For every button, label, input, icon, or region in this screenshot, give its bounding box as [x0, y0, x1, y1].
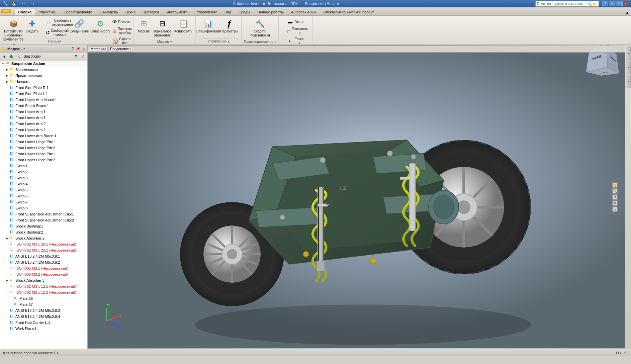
copy-button[interactable]: 📋 Копировать [173, 18, 193, 34]
show-errors-button[interactable]: ⚠ Показать ошибки [111, 26, 131, 36]
quick-save-icon[interactable]: 💾 [10, 1, 18, 6]
tree-item[interactable]: ◧Front Side Plate R:1 [0, 85, 87, 91]
tree-item[interactable]: ⊠Mate:67 [0, 301, 87, 307]
tab-nachalo[interactable]: Начало работы [254, 9, 287, 15]
tree-item[interactable]: ◧Shock Bushing:1 [0, 223, 87, 229]
maximize-button[interactable]: □ [616, 1, 622, 6]
close-button[interactable]: × [622, 1, 628, 6]
tree-item[interactable]: ⊙ISO 4762 M3 x 12:2 (Некорректный) [0, 289, 87, 295]
dependency-button[interactable]: ⚙ Зависимость [90, 18, 110, 34]
tree-item[interactable]: ◧E-clip:6 [0, 193, 87, 199]
panel-pin-icon[interactable]: 📌 [75, 47, 81, 51]
viewport[interactable]: ≡Z X Y Z ПЕРЕД ПРАВО ВЕРХ ✋ 🔍 ↺ [88, 45, 625, 349]
tree-item[interactable]: ◧Front Upper Arm:2 [0, 127, 87, 133]
tab-eskiz[interactable]: Эскиз [122, 9, 139, 15]
tab-proverka[interactable]: Проверка [139, 9, 163, 15]
tree-item[interactable]: ◧Front Suspension Adjustment Clip:1 [0, 211, 87, 217]
tree-item[interactable]: ◧Front Lower Arm:1 [0, 115, 87, 121]
axis-button[interactable]: ▬ Ось ▼ [286, 18, 306, 26]
plane-button[interactable]: ◻ Плоскость ▼ [286, 26, 306, 36]
tree-item[interactable]: ⊙ISO 4762 M3 x 12:1 (Некорректный) [0, 283, 87, 289]
tree-item[interactable]: ◧Shock Bushing:2 [0, 229, 87, 235]
tree-item[interactable]: ▶📁Представления [0, 73, 87, 79]
tab-expand-icon[interactable]: ▲ [623, 10, 631, 15]
tree-item[interactable]: ⊙ISO 4762 M3 x 20:1 (Некорректный) [0, 241, 87, 247]
tree-item[interactable]: ▶📁Начало [0, 79, 87, 85]
tree-item[interactable]: ⊙ISO 4035 M3:2 (Некорректный) [0, 271, 87, 277]
tree-item[interactable]: ◧E-clip:5 [0, 187, 87, 193]
tree-item[interactable]: ⊙ISO 4035 M3:1 (Некорректный) [0, 265, 87, 271]
bom-button[interactable]: 📊 Спецификация [198, 18, 218, 34]
material-dropdown[interactable]: Материал [89, 47, 108, 52]
insert-from-library-button[interactable]: 📦 Вставить из Библиотеки компонентов [3, 18, 23, 42]
substitution-button[interactable]: 🔨 Создать подстановки [250, 18, 270, 38]
tree-item[interactable]: ◧ANSI B18.2.4.2M M5x0.8:1 [0, 253, 87, 259]
tree-item[interactable]: ◧ANSI B18.2.4.2M M5x0.8:3 [0, 307, 87, 313]
tree-item[interactable]: ◧Front Upper Arm:1 [0, 109, 87, 115]
search-tree-icon[interactable]: 🔍 [15, 54, 21, 60]
tree-item[interactable]: ▼🗂Suspension As.iam [0, 61, 87, 67]
look-icon[interactable]: 👁 [612, 200, 618, 206]
tree-item[interactable]: ◧ANSI B18.2.4.2M M5x0.8:4 [0, 313, 87, 320]
tree-item[interactable]: ◧Front Upper Arm Mount:1 [0, 97, 87, 103]
tree-item[interactable]: ⊙ISO 4762 M3 x 20:2 (Некорректный) [0, 247, 87, 253]
redo-icon[interactable]: ↪ [29, 1, 36, 6]
tab-instrumenty[interactable]: Инструменты [163, 9, 193, 15]
tree-expander[interactable]: ▼ [1, 61, 5, 66]
tab-a360[interactable]: Autodesk A360 [287, 9, 320, 15]
tree-item[interactable]: ◧Front Lower Hinge Pin:2 [0, 145, 87, 151]
tab-vid[interactable]: Вид [221, 9, 235, 15]
tree-item[interactable]: ◧Front Lower Arm Brace:1 [0, 133, 87, 139]
tree-item[interactable]: ◧E-clip:4 [0, 181, 87, 187]
tree-expander[interactable]: ▶ [5, 79, 9, 84]
minimize-button[interactable]: − [609, 1, 615, 6]
mirror-button[interactable]: ⊟ Зеркальное отражение [152, 18, 172, 38]
panel-settings-icon[interactable]: ⚙ [73, 54, 79, 60]
tree-item[interactable]: ◧Front Upper Hinge Pin:2 [0, 157, 87, 163]
tree-item[interactable]: ◧E-clip:2 [0, 169, 87, 175]
panel-close-icon[interactable]: × [82, 47, 86, 51]
tree-item[interactable]: ◧Front Side Plate L:1 [0, 91, 87, 97]
help-icon[interactable]: ? [602, 1, 608, 6]
panel-expand-icon[interactable]: ⤢ [80, 54, 86, 60]
tab-uprostit[interactable]: Упростить [35, 9, 60, 15]
tree-item[interactable]: ◧E-clip:3 [0, 175, 87, 181]
viewcube[interactable]: ПЕРЕД ПРАВО ВЕРХ [590, 49, 617, 75]
tree-item[interactable]: ◧Front Hub Carrier L:1 [0, 320, 87, 326]
panel-dropdown-arrow[interactable]: ▼ [23, 47, 26, 50]
point-button[interactable]: • Точка ▼ [286, 36, 306, 46]
tree-item[interactable]: ◧Front Upper Hinge Pin:1 [0, 151, 87, 157]
join-button[interactable]: 🔗 Соединение [69, 18, 89, 34]
filter-icon[interactable]: ▼ [1, 54, 7, 60]
tree-item[interactable]: ◧Front Lower Hinge Pin:1 [0, 139, 87, 145]
create-component-button[interactable]: ✚ Создать [24, 18, 40, 34]
tree-expander[interactable]: ▶ [5, 278, 9, 283]
tree-item[interactable]: ◧E-clip:1 [0, 163, 87, 169]
tab-proektirovanie[interactable]: Проектирование [60, 9, 96, 15]
tree-item[interactable]: ▶📁Взаимосвязи [0, 67, 87, 73]
tree-item[interactable]: ⊠Mate:66 [0, 295, 87, 301]
free-move-button[interactable]: ↔ Свободное перемещение [44, 18, 65, 27]
tree-item[interactable]: ◧Front Lower Arm:2 [0, 121, 87, 127]
tab-3dmodel[interactable]: 3D-модель [96, 9, 121, 15]
tree-expander[interactable]: ▶ [5, 67, 9, 72]
tab-electro[interactable]: Электромеханический проект [320, 9, 377, 15]
pan-icon[interactable]: ✋ [612, 182, 618, 188]
orbit-icon[interactable]: ↺ [612, 194, 618, 200]
tree-container[interactable]: ▼🗂Suspension As.iam▶📁Взаимосвязи▶📁Предст… [0, 61, 87, 349]
search-input[interactable] [537, 2, 587, 6]
tree-expander[interactable]: ▶ [5, 73, 9, 78]
tree-item[interactable]: ◧ANSI B18.2.4.2M M5x0.8:2 [0, 259, 87, 265]
tree-item[interactable]: ▶⚙Shock Absorber:3 [0, 277, 87, 283]
hide-all-button[interactable]: 🚫 Скрыть все [111, 36, 131, 46]
free-rotate-button[interactable]: ↺ Свободный поворот [44, 28, 65, 37]
tree-view-icon[interactable]: 🌲 [8, 54, 14, 60]
undo-icon[interactable]: ↩ [20, 1, 27, 6]
tab-sredy[interactable]: Среды [235, 9, 254, 15]
show-constraints-button[interactable]: 👁 Показать [111, 18, 131, 26]
right-panel-btn-1[interactable]: ▸ [626, 47, 631, 60]
right-panel-btn-2[interactable]: ▸ [626, 61, 631, 74]
parameters-button[interactable]: ƒ Параметры [219, 18, 239, 34]
tab-sborka[interactable]: Сборка [15, 9, 35, 15]
view-dropdown[interactable]: Представлен [108, 47, 132, 52]
